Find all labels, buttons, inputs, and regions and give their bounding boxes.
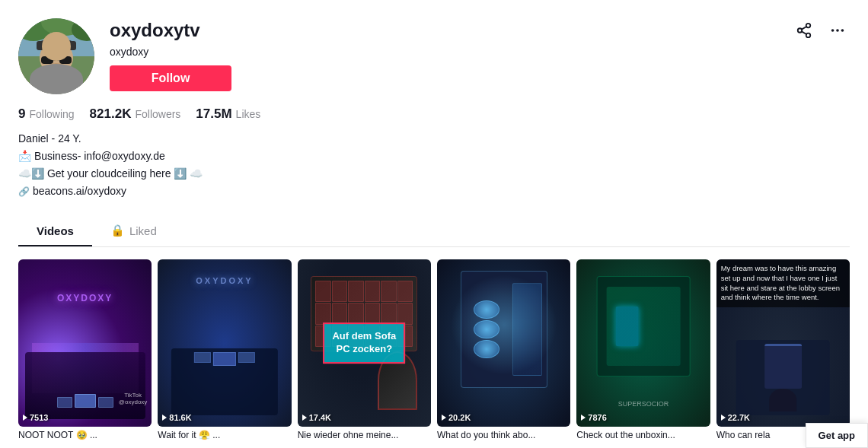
play-icon-1	[23, 415, 27, 421]
get-app-banner[interactable]: Get app	[806, 423, 868, 448]
video-thumbnail-6: My dream was to have this amazing set up…	[716, 259, 850, 427]
video-thumbnail-1: OXYDOXY TikTok @oxydoxy 7513	[18, 259, 152, 427]
followers-label: Followers	[135, 108, 180, 120]
video-card-4[interactable]: 20.2K What do you think abo...	[437, 259, 570, 440]
video-caption-5: Check out the unboxin...	[576, 430, 710, 440]
profile-section: oxydoxytv oxydoxy Foll	[0, 0, 868, 247]
username: oxydoxytv	[110, 20, 200, 41]
tab-videos[interactable]: Videos	[18, 216, 92, 246]
neon-sign-2: OXYDOXY	[196, 276, 253, 285]
svg-rect-9	[37, 41, 76, 50]
play-icon-6	[721, 415, 726, 421]
svg-point-13	[46, 63, 67, 72]
play-count-1: 7513	[23, 413, 48, 422]
pc-glow	[451, 275, 557, 375]
avatar	[18, 18, 94, 94]
monitor-main	[75, 394, 96, 408]
chair-area	[736, 340, 830, 415]
followers-count: 821.2K	[90, 106, 132, 122]
play-icon-4	[442, 415, 446, 421]
tabs-section: Videos 🔒 Liked	[18, 216, 850, 247]
svg-rect-6	[50, 65, 62, 76]
video-caption-4: What do you think abo...	[437, 430, 570, 440]
likes-label: Likes	[236, 108, 261, 120]
play-count-4: 20.2K	[442, 413, 471, 422]
desk-monitors	[194, 352, 255, 366]
stat-likes[interactable]: 17.5M Likes	[196, 106, 260, 122]
video-card-1[interactable]: OXYDOXY TikTok @oxydoxy 7513 NOOT NOOT 🥹…	[18, 259, 152, 440]
play-icon-3	[302, 415, 307, 421]
username-row: oxydoxytv	[110, 18, 850, 43]
rgb-strip	[616, 307, 639, 346]
stats-row: 9 Following 821.2K Followers 17.5M Likes	[18, 106, 850, 122]
desk-1	[25, 352, 145, 419]
bio-link-url[interactable]: beacons.ai/oxydoxy	[33, 183, 126, 199]
monitor-c	[238, 352, 255, 363]
svg-line-18	[802, 27, 806, 30]
likes-count: 17.5M	[196, 106, 231, 122]
link-icon: 🔗	[18, 185, 30, 199]
svg-point-21	[841, 29, 844, 32]
monitor-side	[57, 397, 72, 408]
profile-header: oxydoxytv oxydoxy Foll	[18, 18, 850, 94]
svg-point-20	[836, 29, 839, 32]
following-label: Following	[29, 108, 74, 120]
video-card-5[interactable]: SUPERSOCIOR 7876 Check out the unboxin..…	[576, 259, 710, 440]
play-icon-2	[162, 415, 167, 421]
video-text-overlay-3: Auf dem SofaPC zocken?	[323, 322, 405, 364]
svg-rect-10	[41, 56, 53, 64]
follow-button[interactable]: Follow	[110, 65, 231, 91]
share-icon[interactable]	[792, 18, 816, 43]
video-caption-1: NOOT NOOT 🥹 ...	[18, 430, 152, 440]
play-count-5: 7876	[581, 413, 606, 422]
videos-grid: OXYDOXY TikTok @oxydoxy 7513 NOOT NOOT 🥹…	[0, 247, 868, 448]
video-top-overlay-text: My dream was to have this amazing set up…	[716, 259, 850, 307]
bio-link[interactable]: 🔗 beacons.ai/oxydoxy	[18, 183, 850, 199]
video-card-2[interactable]: OXYDOXY 81.6K Wait for it 😤 ...	[158, 259, 291, 440]
monitor-b	[213, 352, 236, 366]
svg-rect-11	[59, 56, 72, 64]
tiktok-watermark: TikTok @oxydoxy	[119, 392, 147, 405]
bio-line-3: ☁️⬇️ Get your cloudceiling here ⬇️ ☁️	[18, 166, 850, 182]
stat-followers[interactable]: 821.2K Followers	[90, 106, 181, 122]
tab-liked[interactable]: 🔒 Liked	[92, 216, 175, 246]
header-actions	[792, 18, 850, 43]
bio-section: Daniel - 24 Y. 📩 Business- info@oxydoxy.…	[18, 131, 850, 199]
monitor-side-2	[98, 397, 113, 408]
dark-desk	[171, 348, 278, 415]
monitor-small	[764, 344, 802, 389]
neon-sign-1: OXYDOXY	[57, 293, 113, 303]
play-icon-5	[581, 415, 586, 421]
svg-point-5	[32, 68, 81, 94]
following-count: 9	[18, 106, 25, 122]
more-options-icon[interactable]	[825, 18, 850, 43]
video-thumbnail-3: Auf dem SofaPC zocken? 17.4K	[298, 259, 431, 427]
profile-info: oxydoxytv oxydoxy Foll	[110, 18, 850, 91]
bio-line-1: Daniel - 24 Y.	[18, 131, 850, 147]
video-thumbnail-5: SUPERSOCIOR 7876	[576, 259, 710, 427]
bio-line-2: 📩 Business- info@oxydoxy.de	[18, 148, 850, 164]
chair-shape	[769, 389, 797, 411]
play-count-3: 17.4K	[302, 413, 331, 422]
play-count-2: 81.6K	[162, 413, 191, 422]
svg-point-8	[37, 39, 76, 51]
video-card-3[interactable]: Auf dem SofaPC zocken? 17.4K Nie wieder …	[298, 259, 431, 440]
video-thumbnail-4: 20.2K	[437, 259, 570, 427]
video-caption-3: Nie wieder ohne meine...	[298, 430, 431, 440]
video-card-6[interactable]: My dream was to have this amazing set up…	[716, 259, 850, 440]
stat-following[interactable]: 9 Following	[18, 106, 75, 122]
lock-icon: 🔒	[110, 224, 125, 237]
unbox-item	[597, 276, 691, 377]
video-thumbnail-2: OXYDOXY 81.6K	[158, 259, 291, 427]
svg-point-19	[831, 29, 834, 32]
play-count-6: 22.7K	[721, 413, 750, 422]
brand-text: SUPERSOCIOR	[618, 400, 669, 408]
svg-line-17	[802, 31, 806, 34]
monitors-1	[57, 394, 113, 408]
video-caption-2: Wait for it 😤 ...	[158, 430, 291, 440]
nickname: oxydoxy	[110, 46, 850, 58]
monitor-a	[194, 352, 211, 363]
